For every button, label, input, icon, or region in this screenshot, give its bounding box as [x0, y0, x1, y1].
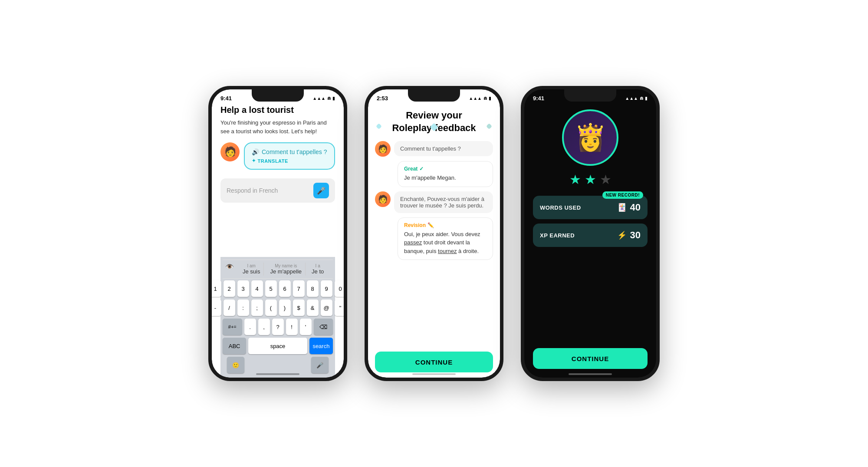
words-used-card: NEW RECORD! WORDS USED 🃏 40	[533, 196, 648, 219]
phone-2: 2:53 ▲▲▲ ⋒ ▮ Review yourRoleplay feedbac…	[365, 86, 503, 381]
key-at[interactable]: @	[321, 299, 332, 316]
npc-text-2: Enchanté, Pouvez-vous m'aider à trouver …	[400, 196, 484, 209]
key-mic[interactable]: 🎤	[311, 357, 329, 373]
key-row-emoji: 🙂 🎤	[223, 357, 333, 373]
stars-row: ★ ★ ★	[569, 172, 612, 187]
xp-earned-value-area: ⚡ 30	[617, 230, 641, 241]
key-slash[interactable]: /	[224, 299, 235, 316]
notch-2	[408, 89, 460, 102]
review-row-2: 🧑 Enchanté, Pouvez-vous m'aider à trouve…	[375, 191, 493, 213]
key-oparen[interactable]: (	[265, 299, 277, 316]
suggestions-row: 👁️ I am Je suis My name is Je m'appelle …	[223, 260, 333, 279]
time-1: 9:41	[220, 95, 232, 102]
notch-1	[252, 89, 304, 102]
battery-icon-1: ▮	[332, 96, 335, 101]
signal-icon-1: ▲▲▲	[312, 96, 326, 101]
key-1[interactable]: 1	[212, 280, 221, 297]
speech-bubble-1: 🔊 Comment tu t'appelles ? ✦ TRANSLATE	[244, 142, 335, 170]
xp-earned-card: XP EARNED ⚡ 30	[533, 224, 648, 247]
key-0[interactable]: 0	[335, 280, 344, 297]
french-input-area[interactable]: Respond in French 🎤	[220, 178, 335, 203]
suggestion-1[interactable]: I am Je suis	[239, 263, 264, 276]
lesson-desc: You're finishing your espresso in Paris …	[220, 118, 335, 135]
xp-earned-label: XP EARNED	[540, 232, 575, 239]
continue-button-3[interactable]: CONTINUE	[533, 348, 648, 369]
phone-1: 9:41 ▲▲▲ ⋒ ▮ Help a lost tourist You're …	[208, 86, 347, 381]
review-row-1: 🧑 Comment tu t'appelles ?	[375, 141, 493, 157]
input-placeholder: Respond in French	[227, 187, 278, 194]
suggestion-2[interactable]: My name is Je m'appelle	[266, 263, 306, 276]
signal-icon-2: ▲▲▲	[469, 96, 482, 101]
key-abc[interactable]: ABC	[223, 338, 246, 354]
star-1: ★	[569, 172, 581, 187]
key-6[interactable]: 6	[279, 280, 291, 297]
key-space[interactable]: space	[248, 338, 307, 354]
words-used-value-area: 🃏 40	[617, 202, 641, 213]
home-indicator-2	[412, 373, 456, 375]
status-icons-2: ▲▲▲ ⋒ ▮	[469, 96, 491, 101]
battery-icon-2: ▮	[489, 96, 491, 101]
key-quote[interactable]: "	[335, 299, 344, 316]
wifi-icon-3: ⋒	[640, 96, 643, 101]
key-delete[interactable]: ⌫	[314, 319, 333, 335]
notch-3	[564, 89, 616, 102]
bubble-text-1: 🔊 Comment tu t'appelles ?	[252, 148, 327, 155]
star-3: ★	[600, 172, 612, 187]
answer-text-2: Oui, je peux aider. Vous devez passez to…	[404, 230, 487, 256]
suggestion-3[interactable]: I a Je to	[308, 263, 327, 276]
underline-tournez: tournez	[438, 248, 457, 254]
key-search[interactable]: search	[309, 338, 333, 354]
signal-icon-3: ▲▲▲	[625, 96, 638, 101]
key-comma[interactable]: ,	[258, 319, 270, 335]
key-5[interactable]: 5	[265, 280, 277, 297]
phone3-content: 👸 ★ ★ ★ NEW RECORD! WORDS USED 🃏 40	[524, 105, 656, 348]
key-8[interactable]: 8	[307, 280, 319, 297]
key-exclaim[interactable]: !	[286, 319, 298, 335]
key-row-symbols: - / : ; ( ) $ & @ "	[223, 299, 333, 316]
key-semi[interactable]: ;	[251, 299, 263, 316]
continue-button-2[interactable]: CONTINUE	[375, 352, 493, 372]
key-dash[interactable]: -	[212, 299, 221, 316]
translate-button[interactable]: ✦ TRANSLATE	[252, 158, 327, 164]
mic-button[interactable]: 🎤	[313, 183, 329, 198]
hide-icon[interactable]: 👁️	[223, 263, 237, 276]
key-7[interactable]: 7	[293, 280, 305, 297]
time-2: 2:53	[377, 95, 388, 102]
xp-earned-value: 30	[630, 230, 641, 241]
npc-bubble-2: Enchanté, Pouvez-vous m'aider à trouver …	[394, 191, 493, 213]
battery-icon-3: ▮	[645, 96, 648, 101]
character-avatar: 👸	[562, 109, 618, 166]
key-cparen[interactable]: )	[279, 299, 291, 316]
key-3[interactable]: 3	[237, 280, 249, 297]
pencil-icon: ✏️	[427, 222, 434, 228]
key-dollar[interactable]: $	[293, 299, 305, 316]
key-row-bottom: ABC space search	[223, 338, 333, 354]
phone-3: 9:41 ▲▲▲ ⋒ ▮ 👸 ★ ★ ★	[521, 86, 660, 381]
key-emoji[interactable]: 🙂	[227, 357, 244, 373]
check-icon: ✓	[419, 166, 424, 172]
new-record-badge: NEW RECORD!	[602, 191, 643, 199]
key-4[interactable]: 4	[251, 280, 263, 297]
npc-text-1: Comment tu t'appelles ?	[400, 145, 461, 152]
key-question[interactable]: ?	[272, 319, 284, 335]
star-2: ★	[585, 172, 596, 187]
key-9[interactable]: 9	[321, 280, 332, 297]
npc-avatar-2b: 🧑	[375, 191, 391, 207]
words-used-value: 40	[630, 202, 641, 213]
home-indicator-3	[569, 373, 612, 375]
phone2-wrapper: Review yourRoleplay feedback 🧑 Comment t…	[368, 105, 500, 378]
audio-icon[interactable]: 🔊	[252, 148, 259, 155]
answer-text-1: Je m'appelle Megan.	[404, 174, 487, 182]
key-hashplus[interactable]: #+=	[223, 319, 242, 335]
grade-great: Great ✓	[404, 166, 487, 172]
status-icons-1: ▲▲▲ ⋒ ▮	[312, 96, 335, 101]
keyboard: 👁️ I am Je suis My name is Je m'appelle …	[220, 257, 335, 378]
key-2[interactable]: 2	[224, 280, 235, 297]
npc-avatar-1: 🧑	[220, 142, 240, 161]
key-colon[interactable]: :	[237, 299, 249, 316]
user-answer-1: Great ✓ Je m'appelle Megan.	[398, 161, 493, 187]
key-period[interactable]: .	[244, 319, 256, 335]
key-amp[interactable]: &	[307, 299, 319, 316]
key-apos[interactable]: '	[300, 319, 312, 335]
cards-icon: 🃏	[617, 203, 627, 212]
